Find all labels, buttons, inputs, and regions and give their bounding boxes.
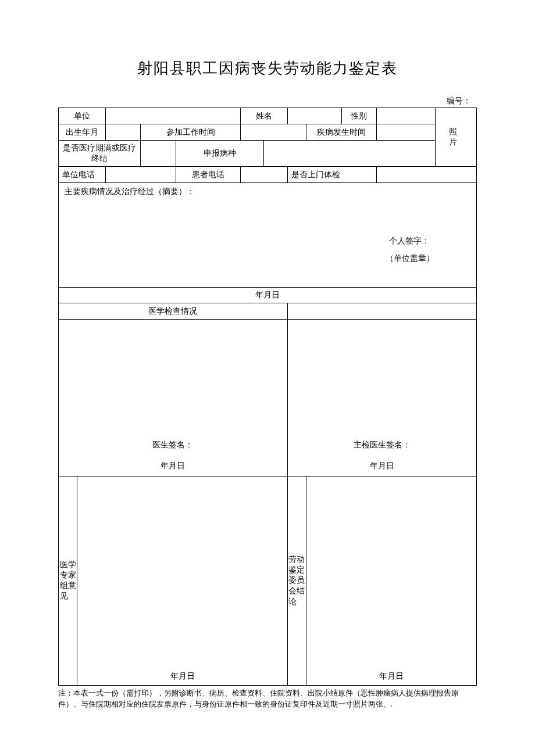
doctor-sign-label: 医生签名： bbox=[62, 440, 284, 450]
label-disease-time: 疾病发生时间 bbox=[306, 124, 377, 141]
label-name: 姓名 bbox=[241, 108, 288, 124]
label-unit-phone: 单位电话 bbox=[59, 167, 106, 183]
summary-label: 主要疾病情况及治疗经过（摘要）： bbox=[65, 187, 470, 197]
expert-date: 年月日 bbox=[81, 671, 283, 682]
label-unit: 单位 bbox=[59, 108, 106, 124]
page-title: 射阳县职工因病丧失劳动能力鉴定表 bbox=[58, 58, 477, 78]
summary-area[interactable]: 主要疾病情况及治疗经过（摘要）： 个人签字： （单位盖章） bbox=[59, 183, 477, 288]
form-table: 单位 姓名 性别 照 片 出生年月 参加工作时间 疾病发生时间 是否医疗期满或医… bbox=[58, 108, 477, 686]
label-birth: 出生年月 bbox=[59, 124, 106, 141]
expert-opinion-area[interactable]: 年月日 bbox=[77, 476, 287, 686]
label-gender: 性别 bbox=[341, 108, 377, 124]
label-disease-type: 申报病种 bbox=[176, 141, 263, 167]
label-medical-end: 是否医疗期满或医疗终结 bbox=[59, 141, 141, 167]
label-joinwork: 参加工作时间 bbox=[141, 124, 241, 141]
med-check-right[interactable]: 主检医生签名： 年月日 bbox=[287, 320, 476, 476]
field-patient-phone[interactable] bbox=[241, 167, 288, 183]
footnote: 注：本表一式一份（需打印），另附诊断书、病历、检查资料、住院资料、出院小结原件（… bbox=[58, 688, 477, 710]
field-disease-type[interactable] bbox=[264, 141, 436, 167]
med-check-left[interactable]: 医生签名： 年月日 bbox=[59, 320, 288, 476]
serial-label: 编号： bbox=[58, 96, 477, 106]
label-med-check: 医学检查情况 bbox=[59, 303, 288, 320]
unit-stamp-label: （单位盖章） bbox=[386, 253, 434, 264]
field-home-check[interactable] bbox=[377, 167, 477, 183]
field-birth[interactable] bbox=[105, 124, 141, 141]
field-disease-time[interactable] bbox=[377, 124, 436, 141]
committee-area[interactable]: 年月日 bbox=[306, 476, 477, 686]
committee-date: 年月日 bbox=[310, 671, 473, 682]
chief-doctor-sign-label: 主检医生签名： bbox=[291, 440, 473, 450]
field-medical-end[interactable] bbox=[141, 141, 176, 167]
med-check-right-header bbox=[287, 303, 476, 320]
photo-area: 照 片 bbox=[436, 108, 477, 167]
label-home-check: 是否上门体检 bbox=[287, 167, 376, 183]
summary-date: 年月日 bbox=[59, 288, 477, 303]
med-left-date: 年月日 bbox=[62, 461, 284, 471]
label-expert-opinion: 医学专家组意见 bbox=[59, 476, 77, 686]
field-unit-phone[interactable] bbox=[105, 167, 176, 183]
label-committee: 劳动鉴定委员会结论 bbox=[287, 476, 306, 686]
field-unit[interactable] bbox=[105, 108, 240, 124]
label-patient-phone: 患者电话 bbox=[176, 167, 240, 183]
field-joinwork[interactable] bbox=[241, 124, 306, 141]
field-name[interactable] bbox=[287, 108, 341, 124]
field-gender[interactable] bbox=[377, 108, 436, 124]
med-right-date: 年月日 bbox=[291, 461, 473, 471]
personal-sign-label: 个人签字： bbox=[389, 236, 430, 246]
